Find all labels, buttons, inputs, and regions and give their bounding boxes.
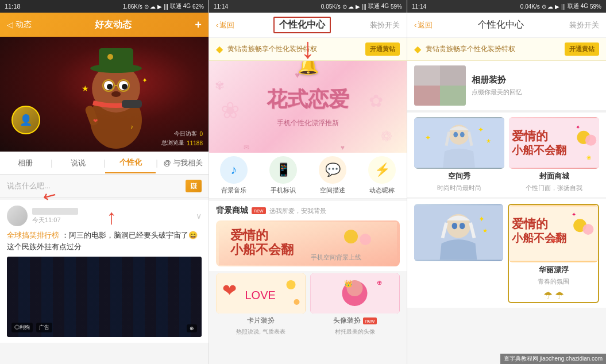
svg-text:❀: ❀ — [221, 98, 240, 123]
p3-grid-section: ✦ ★ ✦ 空间秀 时尚时尚最时尚 爱情的 小船不会翻 — [407, 113, 606, 197]
svg-text:小船不会翻: 小船不会翻 — [511, 232, 566, 244]
space-show-thumb: ✦ ★ ✦ — [414, 117, 504, 169]
p1-add-button[interactable]: + — [195, 18, 202, 32]
dynamic-nick-icon: ⚡ — [368, 156, 396, 184]
svg-point-59 — [585, 135, 596, 146]
p3-back-label: 返回 — [418, 20, 433, 30]
svg-text:小船不会翻: 小船不会翻 — [230, 242, 294, 257]
status-bar-1: 11:18 1.86K/s ⊙ ☁ ▶ ||| 联通 4G 62% — [0, 0, 209, 13]
umbrella-icon-2: ☂ — [555, 289, 564, 302]
card-item-2[interactable]: 👑 ⊕ 头像装扮 new 村托最美的头像 — [310, 273, 400, 336]
card-new-badge-2: new — [363, 317, 377, 324]
p1-title: 好友动态 — [95, 19, 132, 31]
video-tags: ◎利狗 广告 — [11, 323, 52, 332]
p3-album-title: 相册装扮 — [472, 75, 522, 86]
svg-text:❁: ❁ — [380, 129, 392, 144]
panel-2: 11:14 0.05K/s ⊙ ☁ ▶ ||| 联通 4G 59% ‹ 返回 个… — [209, 0, 407, 364]
card-1-svg: ❤ LOVE — [216, 273, 306, 313]
bg-music-icon: ♪ — [220, 156, 248, 184]
p2-open-diamond-button[interactable]: 开通黄钻 — [365, 42, 400, 56]
icon-bg-music[interactable]: ♪ 背景音乐 — [220, 156, 248, 195]
p2-back-button[interactable]: ‹ 返回 — [216, 20, 234, 30]
p2-switch-button[interactable]: 装扮开关 — [370, 20, 400, 30]
svg-point-12 — [111, 91, 121, 97]
battery-3: 59% — [590, 3, 601, 10]
tab-personalize[interactable]: 个性化 — [105, 153, 156, 173]
p3-promo-text: 黄钻贵族畅享个性化装扮特权 — [426, 44, 560, 54]
p3-grid: ✦ ★ ✦ 空间秀 时尚时尚最时尚 爱情的 小船不会翻 — [414, 117, 599, 192]
speed-3: 0.04K/s — [520, 3, 540, 10]
p3-back-button[interactable]: ‹ 返回 — [414, 20, 433, 30]
svg-text:♪: ♪ — [130, 123, 133, 130]
svg-point-50 — [453, 132, 458, 138]
p3-bottom-left[interactable]: ✦ ★ — [414, 204, 503, 303]
svg-text:★: ★ — [483, 227, 488, 234]
banner-subtitle: 手机个性化漂浮推新 — [277, 118, 339, 128]
dynamic-nick-label: 动态昵称 — [369, 186, 395, 195]
new-badge: new — [252, 207, 266, 214]
p3-open-diamond-button[interactable]: 开通黄钻 — [565, 42, 599, 56]
feed-text: 全球搞笑排行榜 ：阿三的电影，脑洞已经要头破宇宙了😄这个民族外挂有点过分 — [7, 230, 202, 252]
view-label: 总浏览量 — [161, 139, 184, 147]
visitor-count: 0 — [199, 131, 203, 137]
p1-input-placeholder[interactable]: 说点什么吧... — [7, 181, 181, 191]
p3-switch-button[interactable]: 装扮开关 — [569, 20, 599, 30]
space-show-label: 空间秀 — [448, 171, 470, 181]
svg-text:小船不会翻: 小船不会翻 — [511, 144, 566, 156]
p3-back-chevron: ‹ — [414, 21, 416, 29]
card-thumb-2: 👑 ⊕ — [310, 273, 400, 313]
p3-diamond-icon: ◆ — [414, 44, 421, 55]
shop-banner-svg: 爱情的 小船不会翻 手机空间背景上线 — [219, 222, 397, 265]
svg-point-28 — [360, 234, 371, 245]
tab-album[interactable]: 相册 — [0, 153, 51, 173]
umbrella-icon-1: ☂ — [543, 289, 553, 302]
network-2: 联通 4G — [368, 2, 389, 10]
battery-2: 59% — [391, 3, 402, 10]
p3-nav-title: 个性化中心 — [478, 19, 524, 31]
svg-point-64 — [452, 223, 458, 229]
feed-expand-icon[interactable]: ∨ — [196, 211, 202, 220]
bg-music-label: 背景音乐 — [221, 186, 246, 195]
card-sub-2: 村托最美的头像 — [335, 328, 375, 336]
svg-text:⊕: ⊕ — [377, 279, 382, 286]
p3-huali-label: 华丽漂浮 — [539, 265, 569, 275]
svg-point-72 — [582, 224, 593, 235]
tab-related[interactable]: @ 与我相关 — [158, 153, 209, 173]
svg-point-35 — [287, 280, 296, 289]
diamond-icon: ◆ — [216, 44, 223, 55]
icon-dynamic-nick[interactable]: ⚡ 动态昵称 — [368, 156, 396, 195]
p3-nav: ‹ 返回 个性化中心 装扮开关 — [407, 13, 606, 38]
p2-shop-header: 背景商城 new 选我所爱，安我背景 — [209, 201, 407, 220]
album-thumb-svg — [414, 65, 466, 106]
bear-character: ★ ✦ ❤ ♪ — [47, 40, 162, 149]
p3-bottom-right[interactable]: 爱情的 小船不会翻 ✦ 华丽漂浮 青春的氛围 ☂ ☂ — [508, 204, 599, 303]
phone-id-label: 手机标识 — [271, 186, 296, 195]
network-1: 联通 4G — [170, 2, 191, 10]
p1-image-button[interactable]: 🖼 — [186, 180, 202, 192]
p1-nav-left[interactable]: ◁ 动态 — [7, 20, 32, 30]
feed-username — [32, 208, 78, 215]
network-icons-3: ⊙ ☁ ▶ ||| — [542, 3, 566, 10]
grid-item-cover-shop[interactable]: 爱情的 小船不会翻 ✦ ❀ 封面商城 个性门面，张扬自我 — [509, 117, 599, 192]
card-2-svg: 👑 ⊕ — [310, 273, 400, 313]
icon-space-desc[interactable]: 💬 空间描述 — [319, 156, 346, 195]
bell-icon: 🔔 — [298, 61, 319, 75]
svg-point-7 — [107, 84, 113, 90]
svg-point-8 — [122, 84, 128, 90]
hero-stats: 今日访客 0 总浏览量 11188 — [161, 130, 203, 147]
svg-rect-47 — [414, 65, 466, 106]
svg-point-27 — [344, 230, 358, 243]
feed-category-link[interactable]: 全球搞笑排行榜 — [7, 231, 59, 239]
status-bar-3: 11:14 0.04K/s ⊙ ☁ ▶ ||| 联通 4G 59% — [407, 0, 606, 13]
p1-header: ◁ 动态 好友动态 + — [0, 13, 209, 37]
tab-shuoshuo[interactable]: 说说 — [53, 153, 103, 173]
grid-item-space-show[interactable]: ✦ ★ ✦ 空间秀 时尚时尚最时尚 — [414, 117, 504, 192]
p1-tabs: 相册 | 说说 | 个性化 | @ 与我相关 — [0, 152, 209, 175]
icon-phone-id[interactable]: 📱 手机标识 — [269, 156, 297, 195]
view-count: 11188 — [187, 140, 203, 146]
card-item-1[interactable]: ❤ LOVE 卡片装扮 热照说说, 气质表表 — [216, 273, 306, 336]
svg-text:✦: ✦ — [478, 126, 484, 133]
feed-video[interactable]: ▶ ◎利狗 广告 ⊕ — [7, 257, 202, 337]
p2-shop-banner[interactable]: 爱情的 小船不会翻 手机空间背景上线 — [216, 220, 400, 266]
svg-point-36 — [294, 299, 300, 305]
